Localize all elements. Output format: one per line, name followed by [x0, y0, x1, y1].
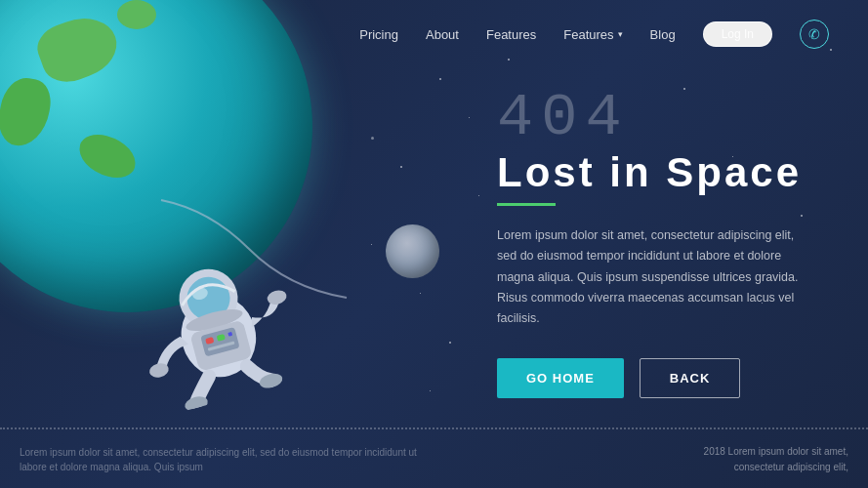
- phone-button[interactable]: ✆: [800, 20, 829, 49]
- accent-line: [497, 203, 556, 206]
- moon-illustration: [386, 224, 439, 278]
- nav-features[interactable]: Features: [486, 27, 536, 42]
- error-code: 404: [497, 88, 809, 148]
- page-title: Lost in Space: [497, 150, 809, 195]
- footer-bar: Lorem ipsum dolor sit amet, consectetur …: [0, 431, 868, 488]
- navigation: Pricing About Features Features ▾ Blog L…: [0, 0, 868, 68]
- phone-icon: ✆: [808, 26, 820, 42]
- nav-features-dropdown[interactable]: Features ▾: [563, 27, 622, 42]
- svg-point-6: [266, 288, 288, 306]
- nav-pricing[interactable]: Pricing: [359, 27, 398, 42]
- action-buttons: GO HOME BACK: [497, 358, 809, 398]
- earth-land-2: [74, 130, 141, 183]
- chevron-down-icon: ▾: [618, 29, 623, 39]
- back-button[interactable]: BACK: [640, 358, 741, 398]
- go-home-button[interactable]: GO HOME: [497, 358, 624, 398]
- nav-blog[interactable]: Blog: [650, 27, 676, 42]
- login-button[interactable]: Log In: [703, 21, 772, 47]
- nav-about[interactable]: About: [426, 27, 459, 42]
- dotted-divider: [0, 427, 868, 429]
- footer-left-text: Lorem ipsum dolor sit amet, consectetur …: [20, 445, 430, 474]
- footer-right: 2018 Lorem ipsum dolor sit amet,consecte…: [704, 444, 848, 475]
- footer-right-text: 2018 Lorem ipsum dolor sit amet,consecte…: [704, 444, 848, 475]
- description-text: Lorem ipsum dolor sit amet, consectetur …: [497, 225, 809, 329]
- main-content: 404 Lost in Space Lorem ipsum dolor sit …: [497, 88, 809, 398]
